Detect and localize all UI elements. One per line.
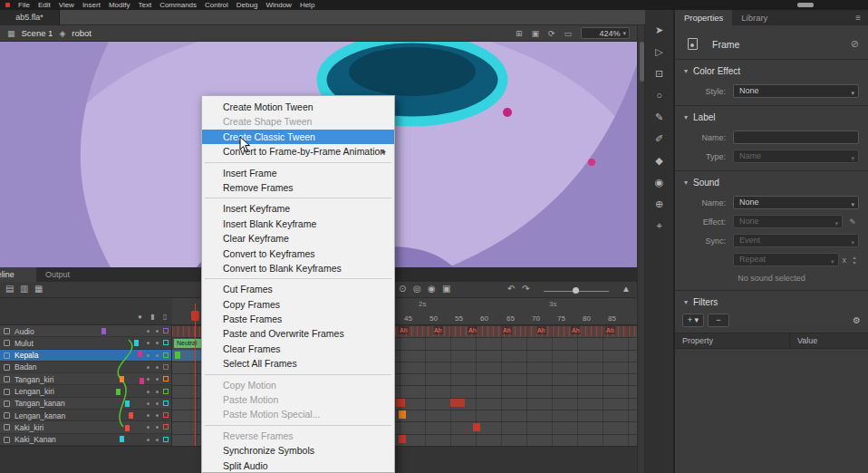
rotate-stage-icon[interactable]: ⟳: [548, 29, 555, 38]
zoom-tool-icon[interactable]: ⌖: [649, 217, 670, 236]
menu-item-clear-frames[interactable]: Clear Frames: [202, 342, 394, 356]
menu-item-insert-frame[interactable]: Insert Frame: [202, 166, 394, 180]
section-header-sound[interactable]: ▾ Sound: [675, 176, 868, 191]
onion-skin-icon[interactable]: ◎: [413, 284, 421, 294]
filters-table-header: Property Value: [675, 333, 868, 349]
menu-window[interactable]: Window: [265, 1, 291, 9]
menu-modify[interactable]: Modify: [109, 1, 130, 9]
chevron-down-icon: ▾: [834, 217, 838, 229]
menu-item-copy-frames[interactable]: Copy Frames: [202, 297, 394, 312]
fluid-brush-tool-icon[interactable]: ✎: [649, 108, 670, 127]
keyframe-marker: [175, 352, 180, 359]
zoom-level-select[interactable]: 424% ▾: [581, 27, 630, 39]
frame-size-icon[interactable]: ▲: [622, 284, 631, 294]
menu-debug[interactable]: Debug: [236, 1, 258, 9]
edit-sound-envelope-icon[interactable]: ✎: [846, 217, 859, 227]
selection-tool-icon[interactable]: ➤: [649, 21, 670, 40]
new-layer-icon[interactable]: ▤: [5, 284, 14, 294]
menu-item-insert-keyframe[interactable]: Insert Keyframe: [202, 201, 394, 216]
menu-item-insert-blank-keyframe[interactable]: Insert Blank Keyframe: [202, 217, 394, 231]
menu-item-remove-frames[interactable]: Remove Frames: [202, 180, 394, 195]
subselection-tool-icon[interactable]: ▷: [649, 43, 670, 62]
menu-item-select-all-frames[interactable]: Select All Frames: [202, 356, 394, 371]
add-filter-button[interactable]: + ▾: [682, 314, 704, 327]
menu-item-synchronize-symbols[interactable]: Synchronize Symbols: [202, 443, 394, 458]
ruler-frame-number: 65: [506, 314, 515, 323]
frame-span-label[interactable]: Neutral: [174, 339, 203, 348]
menu-item-cut-frames[interactable]: Cut Frames: [202, 282, 394, 296]
menu-edit[interactable]: Edit: [38, 1, 51, 9]
menu-item-convert-to-blank-keyframes[interactable]: Convert to Blank Keyframes: [202, 261, 394, 275]
step-back-icon[interactable]: ↶: [507, 284, 515, 294]
remove-filter-button[interactable]: −: [708, 314, 729, 327]
section-header-filters[interactable]: ▾ Filters: [675, 295, 868, 311]
menu-bar: File Edit View Insert Modify Text Comman…: [0, 0, 868, 10]
section-filters: ▾ Filters + ▾ − ⚙ Property Value: [675, 290, 868, 351]
menu-commands[interactable]: Commands: [159, 1, 197, 9]
tab-output[interactable]: Output: [38, 267, 77, 282]
clip-content-icon[interactable]: ▣: [531, 29, 539, 38]
hand-tool-icon[interactable]: ⊕: [649, 195, 670, 214]
ruler-frame-number: 70: [532, 314, 540, 323]
zoom-level-value: 424%: [599, 29, 620, 38]
menu-item-paste-frames[interactable]: Paste Frames: [202, 312, 394, 326]
menu-view[interactable]: View: [59, 1, 74, 9]
lock-column-icon[interactable]: ▮: [150, 313, 154, 321]
menu-bar-user-widget[interactable]: [797, 3, 814, 7]
onion-skin-outlines-icon[interactable]: ◉: [428, 284, 436, 294]
chevron-down-icon: ▾: [684, 113, 688, 121]
show-hide-column-icon[interactable]: ●: [138, 313, 142, 321]
menu-file[interactable]: File: [18, 1, 30, 9]
repeat-count-stepper[interactable]: ▴▾: [850, 254, 859, 266]
outline-column-icon[interactable]: ▯: [163, 313, 167, 321]
paint-bucket-tool-icon[interactable]: ◆: [649, 151, 670, 170]
menu-item-create-motion-tween[interactable]: Create Motion Tween: [202, 100, 394, 114]
menu-insert[interactable]: Insert: [82, 1, 101, 9]
tab-library[interactable]: Library: [732, 10, 776, 25]
section-header-label[interactable]: ▾ Label: [675, 111, 868, 126]
label-name-input[interactable]: [733, 130, 859, 144]
delete-layer-icon[interactable]: ▦: [34, 284, 43, 294]
chevron-down-icon: ▾: [684, 298, 688, 306]
chevron-down-icon: ▾: [831, 256, 834, 267]
fullscreen-icon[interactable]: ▭: [564, 29, 572, 38]
section-header-color-effect[interactable]: ▾ Color Effect: [675, 64, 868, 80]
menu-item-create-classic-tween[interactable]: Create Classic Tween: [202, 130, 394, 144]
playhead-handle[interactable]: [191, 311, 199, 321]
filters-value-column: Value: [790, 333, 868, 348]
ruler-frame-number: 45: [404, 314, 412, 323]
options-circle-icon[interactable]: ⊘: [851, 38, 859, 50]
menu-item-convert-to-frame-by-frame-animation[interactable]: Convert to Frame-by-Frame Animation ▸: [202, 144, 394, 159]
classic-brush-tool-icon[interactable]: ✐: [649, 130, 670, 149]
sound-name-select[interactable]: None ▾: [733, 196, 859, 209]
document-tab[interactable]: ab5.fla*: [0, 10, 60, 25]
timeline-zoom-slider-knob[interactable]: [573, 287, 579, 294]
menu-item-paste-and-overwrite-frames[interactable]: Paste and Overwrite Frames: [202, 326, 394, 341]
new-folder-icon[interactable]: ▥: [20, 284, 28, 294]
menu-item-convert-to-keyframes[interactable]: Convert to Keyframes: [202, 246, 394, 261]
menu-text[interactable]: Text: [138, 1, 151, 9]
ruler-frame-number: 60: [480, 314, 488, 323]
edit-multiple-frames-icon[interactable]: ▣: [442, 284, 450, 294]
vertical-scrollbar[interactable]: [637, 25, 645, 473]
filter-options-gear-icon[interactable]: ⚙: [853, 315, 861, 325]
style-select[interactable]: None ▾: [733, 84, 859, 98]
breadcrumb-symbol[interactable]: robot: [72, 28, 92, 38]
tab-properties[interactable]: Properties: [675, 10, 732, 25]
step-forward-icon[interactable]: ↷: [522, 284, 529, 294]
center-frame-icon[interactable]: ⊙: [399, 284, 406, 294]
audio-frame-label: Ah: [433, 326, 443, 334]
menu-item-split-audio[interactable]: Split Audio: [202, 459, 394, 473]
eyedropper-tool-icon[interactable]: ◉: [649, 173, 670, 192]
free-transform-tool-icon[interactable]: ⊡: [649, 64, 670, 83]
menu-item-clear-keyframe[interactable]: Clear Keyframe: [202, 231, 394, 246]
menu-help[interactable]: Help: [300, 1, 314, 9]
scrollbar-thumb[interactable]: [640, 42, 644, 82]
tab-timeline[interactable]: Timeline: [0, 267, 36, 282]
menu-control[interactable]: Control: [205, 1, 228, 9]
breadcrumb-scene[interactable]: Scene 1: [22, 28, 53, 38]
panel-menu-icon[interactable]: ≡: [855, 10, 868, 25]
center-stage-icon[interactable]: ⊞: [516, 29, 523, 38]
playhead-line[interactable]: [195, 304, 196, 446]
lasso-tool-icon[interactable]: ○: [649, 86, 670, 105]
